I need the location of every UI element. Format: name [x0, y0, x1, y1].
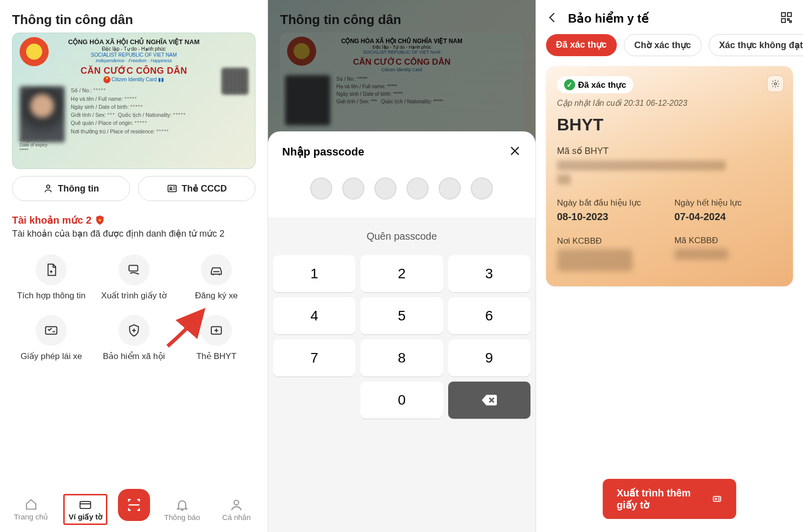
cccd-button[interactable]: Thẻ CCCD — [138, 176, 256, 201]
back-button[interactable] — [546, 11, 559, 26]
qr-code-icon — [222, 68, 248, 94]
svg-rect-10 — [787, 13, 791, 17]
svg-rect-9 — [781, 13, 785, 17]
code-value-blurred — [557, 174, 571, 185]
tab-failed[interactable]: Xác thực không đạt — [709, 34, 803, 56]
close-button[interactable] — [508, 144, 521, 159]
end-date-value: 07-04-2024 — [675, 211, 782, 223]
check-icon: ✓ — [564, 79, 575, 90]
key-1[interactable]: 1 — [273, 255, 355, 292]
country-line: CỘNG HÒA XÃ HỘI CHỦ NGHĨA VIỆT NAM — [20, 38, 248, 46]
qr-button[interactable] — [780, 11, 793, 26]
qr-icon — [780, 11, 793, 24]
passcode-dot — [342, 178, 364, 200]
grid-item-social-insurance[interactable]: Bảo hiểm xã hội — [94, 315, 173, 362]
start-date-value: 08-10-2023 — [557, 211, 664, 223]
svg-point-0 — [47, 185, 50, 188]
present-more-button[interactable]: Xuất trình thêm giấy tờ — [603, 479, 736, 519]
key-9[interactable]: 9 — [448, 339, 530, 377]
placecode-value-blurred — [675, 249, 728, 260]
person-icon — [229, 498, 243, 512]
card-title: CĂN CƯỚC CÔNG DÂN — [20, 65, 248, 76]
gear-icon — [771, 79, 780, 88]
key-6[interactable]: 6 — [448, 297, 530, 334]
bell-icon — [175, 498, 189, 512]
key-2[interactable]: 2 — [360, 255, 443, 292]
grid-item-bhyt[interactable]: Thẻ BHYT — [177, 315, 255, 362]
passcode-dot — [374, 178, 396, 200]
key-backspace[interactable] — [448, 382, 530, 419]
svg-rect-7 — [80, 501, 91, 508]
national-emblem-icon — [20, 37, 49, 66]
hand-card-icon — [126, 262, 142, 277]
license-icon — [44, 323, 59, 338]
account-level: Tài khoản mức 2 — [12, 214, 91, 226]
backspace-icon — [480, 391, 498, 409]
country-en: SOCIALIST REPUBLIC OF VIET NAM — [20, 52, 248, 58]
key-3[interactable]: 3 — [448, 255, 530, 292]
key-5[interactable]: 5 — [360, 297, 443, 334]
bottom-nav: Trang chủ Ví giấy tờ Thông báo Cá nhân — [0, 490, 267, 532]
close-icon — [508, 144, 521, 157]
key-4[interactable]: 4 — [273, 297, 355, 334]
place-label: Nơi KCBBĐ — [557, 236, 664, 246]
grid-item-license[interactable]: Giấy phép lái xe — [12, 315, 90, 362]
nav-wallet[interactable]: Ví giấy tờ — [63, 494, 107, 525]
account-desc: Tài khoản của bạn đã được định danh điện… — [12, 228, 255, 239]
tab-pending[interactable]: Chờ xác thực — [624, 34, 702, 56]
document-plus-icon — [44, 262, 59, 277]
last-updated: Cập nhật lần cuối 20:31 06-12-2023 — [557, 98, 782, 108]
page-title: Thông tin công dân — [0, 0, 267, 33]
key-7[interactable]: 7 — [273, 339, 355, 377]
nav-notifications[interactable]: Thông báo — [160, 498, 204, 521]
place-value-blurred — [557, 249, 632, 271]
id-photo — [20, 86, 65, 142]
shield-star-icon: ★ — [94, 215, 105, 226]
card-subtitle: Citizen Identity Card ▮▮ — [20, 76, 248, 83]
svg-rect-11 — [781, 19, 785, 23]
svg-point-8 — [234, 500, 239, 504]
motto-en: Independence - Freedom - Happiness — [20, 58, 248, 64]
settings-button[interactable] — [767, 75, 784, 92]
passcode-dots — [268, 163, 535, 218]
key-0[interactable]: 0 — [360, 382, 443, 419]
passcode-dot — [471, 178, 493, 200]
car-icon — [209, 262, 224, 277]
bhyt-card[interactable]: ✓ Đã xác thực Cập nhật lần cuối 20:31 06… — [546, 66, 793, 286]
scan-icon — [126, 497, 142, 513]
motto: Độc lập - Tự do - Hạnh phúc — [20, 46, 248, 52]
key-blank — [273, 382, 355, 419]
wallet-icon — [78, 497, 92, 511]
grid-item-present[interactable]: Xuất trình giấy tờ — [94, 254, 173, 301]
code-value-blurred — [557, 160, 726, 170]
passcode-dot — [407, 178, 429, 200]
page-title: Bảo hiểm y tế — [568, 12, 771, 26]
health-card-icon — [209, 323, 224, 338]
svg-text:★: ★ — [98, 218, 102, 223]
id-card[interactable]: CỘNG HÒA XÃ HỘI CHỦ NGHĨA VIỆT NAM Độc l… — [12, 33, 255, 169]
end-date-label: Ngày hết hiệu lực — [675, 198, 782, 208]
card-title: BHYT — [557, 115, 782, 134]
svg-point-14 — [715, 498, 717, 499]
user-icon — [43, 183, 54, 194]
svg-rect-5 — [46, 327, 57, 334]
sheet-title: Nhập passcode — [282, 145, 364, 158]
info-button[interactable]: Thông tin — [12, 176, 130, 201]
verified-badge: ✓ Đã xác thực — [557, 76, 633, 93]
expiry: Có giá trị đến: Date of expiry ***** — [20, 137, 49, 152]
nav-scan[interactable] — [118, 489, 150, 521]
nav-home[interactable]: Trang chủ — [9, 497, 53, 521]
id-fields: Số / No.: ***** Họ và tên / Full name: *… — [71, 86, 248, 142]
arrow-left-icon — [546, 11, 559, 24]
tab-verified[interactable]: Đã xác thực — [546, 34, 617, 56]
id-badge-icon — [712, 493, 722, 505]
id-card-icon — [167, 183, 178, 194]
forgot-passcode-link[interactable]: Quên passcode — [268, 218, 535, 251]
svg-rect-1 — [168, 186, 177, 192]
svg-point-12 — [774, 83, 777, 85]
grid-item-integrate[interactable]: Tích hợp thông tin — [12, 254, 90, 301]
grid-item-vehicle[interactable]: Đăng ký xe — [177, 254, 255, 301]
nav-profile[interactable]: Cá nhân — [214, 498, 258, 521]
passcode-dot — [439, 178, 461, 200]
key-8[interactable]: 8 — [360, 339, 443, 377]
